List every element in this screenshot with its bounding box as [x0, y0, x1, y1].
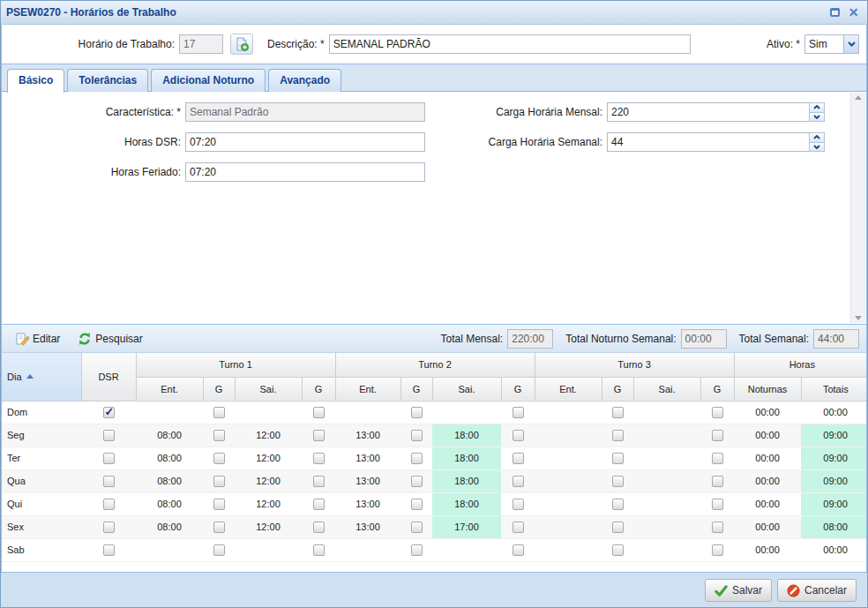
column-header-ent2[interactable]: Ent.: [335, 377, 400, 401]
g-checkbox[interactable]: [213, 407, 225, 418]
g-checkbox[interactable]: [612, 544, 624, 556]
column-header-g3b[interactable]: G: [700, 377, 734, 401]
column-header-g3a[interactable]: G: [602, 377, 633, 401]
g-checkbox[interactable]: [213, 544, 225, 556]
g-checkbox[interactable]: [513, 544, 524, 556]
grid-row-qua[interactable]: Qua08:0012:0013:0018:0000:0009:00: [2, 469, 867, 492]
tab-avancado[interactable]: Avançado: [268, 69, 341, 92]
g-checkbox[interactable]: [513, 453, 524, 464]
g-checkbox[interactable]: [213, 476, 225, 487]
g-checkbox[interactable]: [411, 453, 423, 464]
g-checkbox[interactable]: [712, 407, 723, 418]
new-record-button[interactable]: [230, 34, 253, 55]
descricao-field[interactable]: [329, 34, 691, 54]
carga-mensal-spin-up[interactable]: [809, 102, 825, 113]
g-checkbox[interactable]: [712, 544, 723, 556]
g-checkbox[interactable]: [513, 522, 524, 533]
g-checkbox[interactable]: [612, 453, 624, 464]
g-checkbox[interactable]: [313, 430, 325, 441]
g-checkbox[interactable]: [712, 453, 723, 464]
g-checkbox[interactable]: [513, 499, 524, 510]
grid-row-qui[interactable]: Qui08:0012:0013:0018:0000:0009:00: [2, 492, 867, 515]
column-header-g1a[interactable]: G: [203, 377, 235, 401]
g-checkbox[interactable]: [411, 499, 423, 510]
g-checkbox[interactable]: [612, 522, 624, 533]
g-checkbox[interactable]: [712, 522, 723, 533]
dsr-checkbox[interactable]: [103, 522, 115, 533]
dsr-checkbox[interactable]: [103, 544, 115, 556]
horario-trabalho-field[interactable]: [179, 34, 223, 54]
g-checkbox[interactable]: [411, 544, 423, 556]
column-header-dia[interactable]: Dia: [2, 353, 81, 401]
g-checkbox[interactable]: [313, 522, 325, 533]
carga-mensal-field[interactable]: [607, 102, 809, 122]
pesquisar-button[interactable]: Pesquisar: [71, 328, 148, 349]
g-checkbox[interactable]: [513, 476, 524, 487]
g-checkbox[interactable]: [213, 522, 225, 533]
g-checkbox[interactable]: [712, 430, 723, 441]
dsr-checkbox[interactable]: [103, 499, 115, 510]
g-checkbox[interactable]: [411, 407, 423, 418]
ativo-dropdown-trigger[interactable]: [843, 34, 859, 54]
carga-semanal-spin-up[interactable]: [809, 132, 825, 143]
column-header-totais[interactable]: Totais: [801, 377, 867, 401]
dsr-checkbox[interactable]: [103, 453, 115, 464]
g-checkbox[interactable]: [513, 430, 524, 441]
dsr-checkbox[interactable]: [103, 407, 115, 418]
tab-tolerancias[interactable]: Tolerâncias: [67, 69, 148, 92]
grid-row-seg[interactable]: Seg08:0012:0013:0018:0000:0009:00: [2, 424, 867, 447]
g-checkbox[interactable]: [411, 430, 423, 441]
panel-scrollbar[interactable]: [850, 93, 865, 323]
g-checkbox[interactable]: [313, 476, 325, 487]
carga-semanal-spin-down[interactable]: [809, 143, 825, 153]
close-button[interactable]: ✕: [845, 5, 862, 20]
column-header-sai1[interactable]: Sai.: [235, 377, 302, 401]
column-header-ent1[interactable]: Ent.: [136, 377, 203, 401]
horas-dsr-field[interactable]: [185, 132, 425, 152]
g-checkbox[interactable]: [313, 499, 325, 510]
column-header-dsr[interactable]: DSR: [81, 353, 136, 401]
column-header-noturnas[interactable]: Noturnas: [734, 377, 801, 401]
g-checkbox[interactable]: [612, 407, 624, 418]
carga-semanal-field[interactable]: [607, 132, 809, 152]
g-checkbox[interactable]: [313, 407, 325, 418]
cancelar-button[interactable]: Cancelar: [777, 579, 857, 602]
g-checkbox[interactable]: [513, 407, 524, 418]
g-checkbox[interactable]: [213, 453, 225, 464]
scroll-up-icon[interactable]: [855, 95, 862, 100]
column-header-sai2[interactable]: Sai.: [432, 377, 501, 401]
tab-adicional-noturno[interactable]: Adicional Noturno: [151, 69, 266, 92]
ativo-field[interactable]: [804, 34, 843, 54]
caracteristica-field[interactable]: [185, 102, 425, 122]
horas-feriado-field[interactable]: [185, 162, 425, 182]
g-checkbox[interactable]: [612, 476, 624, 487]
column-header-g2a[interactable]: G: [400, 377, 432, 401]
dsr-checkbox[interactable]: [103, 476, 115, 487]
g-checkbox[interactable]: [612, 499, 624, 510]
g-checkbox[interactable]: [213, 430, 225, 441]
column-header-ent3[interactable]: Ent.: [535, 377, 602, 401]
g-checkbox[interactable]: [712, 476, 723, 487]
editar-button[interactable]: Editar: [9, 328, 66, 349]
column-header-sai3[interactable]: Sai.: [633, 377, 700, 401]
g-checkbox[interactable]: [313, 453, 325, 464]
maximize-button[interactable]: [827, 5, 843, 20]
g-checkbox[interactable]: [411, 522, 423, 533]
g-checkbox[interactable]: [411, 476, 423, 487]
scroll-down-icon[interactable]: [855, 316, 862, 320]
ativo-combo[interactable]: [804, 34, 859, 54]
g-checkbox[interactable]: [712, 499, 723, 510]
grid-row-ter[interactable]: Ter08:0012:0013:0018:0000:0009:00: [2, 447, 867, 469]
dsr-checkbox[interactable]: [103, 430, 115, 441]
g-checkbox[interactable]: [313, 544, 325, 556]
tab-basico[interactable]: Básico: [7, 69, 64, 93]
g-checkbox[interactable]: [612, 430, 624, 441]
grid-row-sab[interactable]: Sab00:0000:00: [2, 538, 867, 561]
g-checkbox[interactable]: [213, 499, 225, 510]
carga-mensal-spin-down[interactable]: [809, 113, 825, 123]
column-header-g2b[interactable]: G: [501, 377, 535, 401]
column-header-g1b[interactable]: G: [302, 377, 335, 401]
grid-row-dom[interactable]: Dom00:0000:00: [2, 401, 867, 424]
grid-row-sex[interactable]: Sex08:0012:0013:0017:0000:0008:00: [2, 515, 867, 538]
salvar-button[interactable]: Salvar: [705, 579, 772, 602]
